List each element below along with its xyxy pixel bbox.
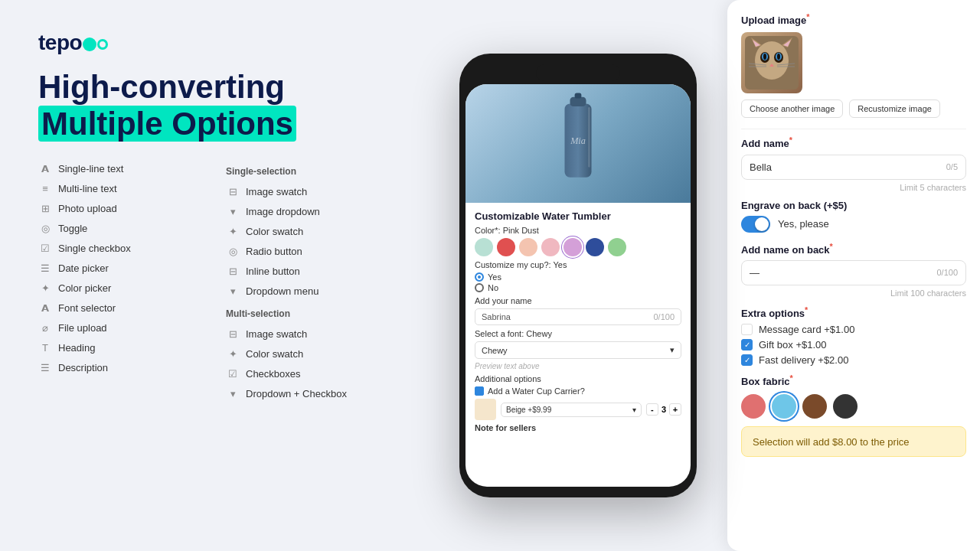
quantity-control: - 3 + [646,403,681,416]
fabric-swatch-dark[interactable] [833,394,858,419]
list-item: ≡ Multi-line text [38,180,218,198]
image-swatch-icon: ⊟ [226,185,240,199]
color-swatch-icon: ✦ [226,225,240,239]
swatch-pink-dust[interactable] [564,238,582,256]
svg-point-16 [777,54,780,60]
inline-button-icon: ⊟ [226,265,240,279]
features-grid: 𝗔 Single-line text ≡ Multi-line text ⊞ P… [38,160,398,403]
checkboxes-icon: ☑ [226,367,240,381]
radio-no[interactable]: No [475,283,681,292]
phone-screen: Mia Customizable Water Tumbler Color*: P… [466,84,691,487]
feature-label: Photo upload [58,203,117,214]
multi-line-icon: ≡ [38,182,52,196]
svg-text:Mia: Mia [570,135,586,146]
radio-yes[interactable]: Yes [475,272,681,282]
list-item: ✦ Color swatch [226,223,398,241]
carrier-checkbox[interactable]: Add a Water Cup Carrier? [475,386,681,396]
svg-rect-1 [570,96,586,106]
carrier-label: Add a Water Cup Carrier? [488,386,585,396]
feature-label: Color swatch [246,226,303,237]
single-line-icon: 𝗔 [38,162,52,176]
phone-content: Customizable Water Tumbler Color*: Pink … [466,203,691,440]
color-picker-icon: ✦ [38,282,52,295]
logo-text: tepo [38,31,82,54]
recustomize-image-button[interactable]: Recustomize image [849,99,940,118]
message-card-checkbox[interactable]: Message card +$1.00 [741,324,966,335]
color-swatches [475,238,681,256]
hero-line1: High-converting [38,69,398,106]
list-item: ▾ Image dropdown [226,203,398,221]
list-item: ⊟ Image swatch [226,325,398,344]
svg-point-6 [755,41,789,80]
feature-col-right: Single-selection ⊟ Image swatch ▾ Image … [218,160,398,403]
radio-dot-yes [475,272,484,282]
feature-label: Radio button [246,246,302,257]
fabric-swatch-brown[interactable] [802,394,827,419]
fabric-swatch-blue[interactable] [772,394,796,419]
message-card-cb [741,324,753,335]
choose-another-image-button[interactable]: Choose another image [741,99,843,118]
swatch-green[interactable] [608,238,626,256]
list-item: ✦ Color picker [38,279,218,298]
radio-group: Yes No [475,272,681,292]
list-item: ⊟ Image swatch [226,183,398,201]
feature-label: Heading [58,342,95,354]
radio-dot-no [475,283,484,292]
name-input-value: Bella [750,161,772,173]
addon-dropdown[interactable]: Beige +$9.99 ▾ [501,403,642,417]
name-back-input[interactable]: — 0/100 [741,260,966,285]
swatch-pink-light[interactable] [541,238,560,256]
feature-label: Image swatch [246,186,307,197]
name-limit-text: Limit 5 characters [741,183,966,192]
feature-label: Image swatch [246,328,307,340]
qty-minus-button[interactable]: - [646,403,658,416]
qty-value: 3 [662,405,666,414]
description-icon: ☰ [38,361,52,375]
feature-label: Multi-line text [58,183,117,194]
swatch-navy[interactable] [586,238,604,256]
toggle-thumb [755,217,769,231]
feature-label: Dropdown + Checkbox [246,388,347,399]
gift-box-label: Gift box +$1.00 [759,339,827,350]
message-card-label: Message card +$1.00 [759,324,854,335]
list-item: 𝗔 Font selector [38,299,218,318]
hero-title: High-converting Multiple Options [38,69,398,143]
gift-box-checkbox[interactable]: ✓ Gift box +$1.00 [741,339,966,350]
multi-color-swatch-icon: ✦ [226,347,240,361]
font-selector-dropdown[interactable]: Chewy ▾ [475,341,681,359]
right-panel: Upload image* [727,0,980,551]
addon-price: Beige +$9.99 [506,406,551,414]
phone-name-input[interactable]: Sabrina 0/100 [475,308,681,325]
list-item: ▾ Dropdown menu [226,282,398,301]
qty-plus-button[interactable]: + [669,403,681,416]
hero-line2: Multiple Options [38,106,398,142]
image-dropdown-icon: ▾ [226,205,240,219]
feature-label: Checkboxes [246,368,301,380]
swatch-peach[interactable] [519,238,537,256]
list-item: ◎ Toggle [38,220,218,238]
swatch-mint[interactable] [475,238,493,256]
add-name-input[interactable]: Bella 0/5 [741,155,966,180]
list-item: ⊟ Inline button [226,262,398,281]
preview-text: Preview text above [475,362,681,370]
price-banner: Selection will add $8.00 to the price [741,426,966,457]
fabric-swatch-rose[interactable] [741,394,766,419]
list-item: ✦ Color swatch [226,345,398,364]
fast-delivery-checkbox[interactable]: ✓ Fast delivery +$2.00 [741,354,966,366]
phone-mockup: Mia Customizable Water Tumbler Color*: P… [459,54,697,497]
engrave-toggle[interactable] [741,216,770,233]
addon-chevron-icon: ▾ [632,406,636,414]
phone-notch [536,64,620,81]
list-item: ◎ Radio button [226,243,398,261]
swatch-red[interactable] [497,238,515,256]
upload-image-label: Upload image* [741,12,966,26]
toggle-icon: ◎ [38,222,52,236]
list-item: T Heading [38,339,218,357]
name-back-placeholder: — [750,267,760,279]
feature-label: Single checkbox [58,243,131,254]
feature-label: Date picker [58,262,109,274]
list-item: ☰ Date picker [38,259,218,278]
engrave-toggle-row: Yes, please [741,216,966,233]
logo-dot2 [97,39,108,50]
multi-image-swatch-icon: ⊟ [226,328,240,341]
